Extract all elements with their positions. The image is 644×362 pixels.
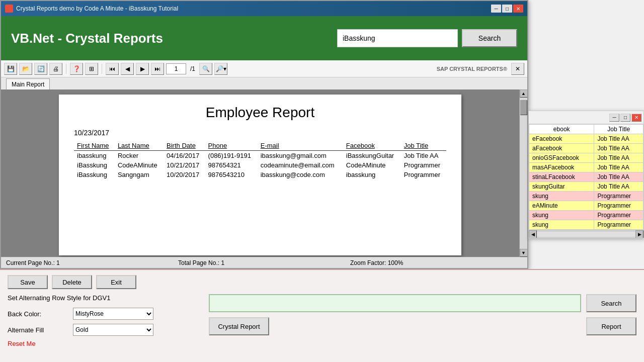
search-toolbar-btn[interactable]: 🔍 bbox=[199, 63, 212, 75]
rp-row: aFacebookJob Title AA bbox=[529, 144, 643, 153]
table-cell: 9876543210 bbox=[205, 170, 258, 179]
rp-row: skungProgrammer bbox=[529, 211, 643, 220]
close-toolbar-btn[interactable]: ✕ bbox=[511, 63, 524, 75]
refresh-toolbar-btn[interactable]: 🔄 bbox=[34, 63, 47, 75]
alternate-fill-label: Alternate Fill bbox=[8, 326, 68, 334]
bot-search-row: Search bbox=[209, 294, 636, 312]
rp-row: eAMinuteProgrammer bbox=[529, 201, 643, 211]
table-cell: Programmer bbox=[401, 160, 446, 170]
col-jobtitle: Job Title bbox=[401, 141, 446, 151]
table-row: iBasskungCodeAMinute10/21/2017987654321c… bbox=[74, 160, 446, 170]
scroll-track[interactable] bbox=[520, 98, 527, 249]
rp-cell-jobtitle: Job Title AA bbox=[594, 172, 643, 182]
report-tbody: ibasskungRocker04/16/2017(086)191-9191ib… bbox=[74, 151, 446, 180]
zoom-toolbar-btn[interactable]: 🔎▾ bbox=[214, 63, 227, 75]
bot-search-input[interactable] bbox=[209, 294, 581, 312]
cr-header: VB.Net - Crystal Reports Search bbox=[1, 16, 527, 60]
rp-h-scrollbar[interactable]: ◀ ▶ bbox=[529, 230, 643, 238]
table-cell: codeaminute@email.com bbox=[258, 160, 343, 170]
left-settings: Set Alternating Row Style for DGV1 Back … bbox=[8, 294, 199, 347]
rp-cell-facebook: skung bbox=[529, 192, 594, 201]
col-facebook: Facebook bbox=[343, 141, 401, 151]
report-area: Employee Report 10/23/2017 First Name La… bbox=[1, 89, 527, 257]
rp-cell-jobtitle: Job Title AA bbox=[594, 134, 643, 144]
rp-row: eFacebookJob Title AA bbox=[529, 134, 643, 144]
rp-col-jobtitle: Job Title bbox=[594, 125, 643, 134]
rp-close-btn[interactable]: ✕ bbox=[631, 114, 641, 122]
page-number-input[interactable]: 1 bbox=[166, 63, 186, 74]
toolbar-sep1 bbox=[66, 64, 66, 74]
scroll-thumb[interactable] bbox=[520, 100, 527, 115]
zoom-status: Zoom Factor: 100% bbox=[350, 259, 522, 266]
table-cell: ibasskung@code.com bbox=[258, 170, 343, 179]
table-cell: (086)191-9191 bbox=[205, 151, 258, 161]
rp-minimize-btn[interactable]: ─ bbox=[609, 114, 619, 122]
table-cell: Sangngam bbox=[115, 170, 164, 179]
close-button[interactable]: ✕ bbox=[513, 5, 523, 13]
back-color-label: Back Color: bbox=[8, 310, 68, 318]
rp-cell-facebook: eFacebook bbox=[529, 134, 594, 144]
search-input[interactable] bbox=[337, 29, 458, 47]
table-cell: iBasskung bbox=[74, 170, 115, 179]
main-report-tab[interactable]: Main Report bbox=[6, 78, 50, 89]
delete-button[interactable]: Delete bbox=[52, 275, 92, 289]
col-firstname: First Name bbox=[74, 141, 115, 151]
save-toolbar-btn[interactable]: 💾 bbox=[4, 63, 17, 75]
vertical-scrollbar[interactable]: ▲ ▼ bbox=[519, 89, 527, 257]
nav-prev-btn[interactable]: ◀ bbox=[121, 63, 134, 75]
right-panel: ─ □ ✕ ebook Job Title eFacebookJob Title… bbox=[528, 111, 644, 238]
report-button[interactable]: Report bbox=[586, 317, 636, 335]
rp-cell-facebook: aFacebook bbox=[529, 144, 594, 153]
crystal-report-button[interactable]: Crystal Report bbox=[209, 317, 269, 335]
save-button[interactable]: Save bbox=[8, 275, 48, 289]
rp-content: ebook Job Title eFacebookJob Title AAaFa… bbox=[529, 124, 643, 238]
report-scroll[interactable]: Employee Report 10/23/2017 First Name La… bbox=[1, 89, 519, 257]
right-panel-titlebar: ─ □ ✕ bbox=[529, 111, 643, 124]
rp-cell-facebook: masAFacebook bbox=[529, 163, 594, 172]
table-cell: Job Title AA bbox=[401, 151, 446, 161]
group-toolbar-btn[interactable]: ⊞ bbox=[85, 63, 98, 75]
table-row: ibasskungRocker04/16/2017(086)191-9191ib… bbox=[74, 151, 446, 161]
rp-row: skungProgrammer bbox=[529, 192, 643, 201]
scroll-down-btn[interactable]: ▼ bbox=[520, 249, 528, 257]
col-phone: Phone bbox=[205, 141, 258, 151]
open-toolbar-btn[interactable]: 📂 bbox=[19, 63, 32, 75]
status-bar: Current Page No.: 1 Total Page No.: 1 Zo… bbox=[1, 257, 527, 268]
nav-last-btn[interactable]: ⏭ bbox=[151, 63, 164, 75]
minimize-button[interactable]: ─ bbox=[491, 5, 501, 13]
report-table: First Name Last Name Birth Date Phone E-… bbox=[74, 141, 446, 179]
rp-cell-facebook: skung bbox=[529, 220, 594, 230]
titlebar-controls: ─ □ ✕ bbox=[491, 5, 523, 13]
rp-cell-facebook: eAMinute bbox=[529, 201, 594, 211]
rp-cell-jobtitle: Programmer bbox=[594, 211, 643, 220]
rp-grid: ebook Job Title eFacebookJob Title AAaFa… bbox=[529, 124, 643, 230]
help-toolbar-btn[interactable]: ❓ bbox=[70, 63, 83, 75]
table-cell: 987654321 bbox=[205, 160, 258, 170]
rp-h-track[interactable] bbox=[537, 232, 635, 237]
nav-next-btn[interactable]: ▶ bbox=[136, 63, 149, 75]
col-lastname: Last Name bbox=[115, 141, 164, 151]
rp-cell-jobtitle: Programmer bbox=[594, 201, 643, 211]
cr-titlebar: Crystal Reports demo by Code A Minute - … bbox=[1, 1, 527, 16]
search-button[interactable]: Search bbox=[462, 29, 517, 47]
maximize-button[interactable]: □ bbox=[502, 5, 512, 13]
table-cell: CodeAMinute bbox=[115, 160, 164, 170]
settings-label: Set Alternating Row Style for DGV1 bbox=[8, 294, 199, 302]
rp-scroll-left[interactable]: ◀ bbox=[529, 230, 537, 238]
bot-search-button[interactable]: Search bbox=[586, 294, 636, 312]
rp-maximize-btn[interactable]: □ bbox=[620, 114, 630, 122]
nav-first-btn[interactable]: ⏮ bbox=[106, 63, 119, 75]
print-toolbar-btn[interactable]: 🖨 bbox=[49, 63, 62, 75]
table-cell: 10/21/2017 bbox=[164, 160, 205, 170]
rp-scroll-right[interactable]: ▶ bbox=[635, 230, 643, 238]
table-cell: 04/16/2017 bbox=[164, 151, 205, 161]
exit-button[interactable]: Exit bbox=[96, 275, 136, 289]
reset-link[interactable]: Reset Me bbox=[8, 340, 199, 347]
scroll-up-btn[interactable]: ▲ bbox=[520, 89, 528, 98]
alternate-fill-select[interactable]: Gold White Silver bbox=[73, 324, 153, 336]
bottom-content: Set Alternating Row Style for DGV1 Back … bbox=[0, 294, 644, 347]
rp-cell-jobtitle: Job Title AA bbox=[594, 182, 643, 192]
rp-cell-facebook: onioGSFacebook bbox=[529, 153, 594, 163]
back-color-select[interactable]: MistyRose White LightBlue bbox=[73, 308, 153, 320]
table-cell: 10/20/2017 bbox=[164, 170, 205, 179]
